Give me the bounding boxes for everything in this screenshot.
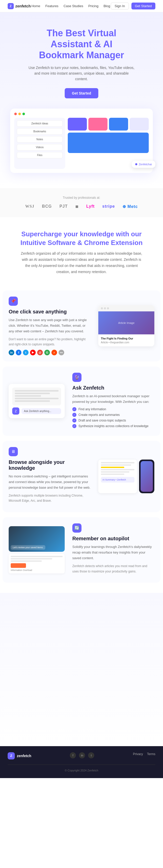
feature-save-detail: Don't want to save an entire page? No pr… <box>9 337 91 347</box>
footer-links: Privacy Terms <box>133 752 155 756</box>
nav-actions: Sign In Get Started <box>111 3 155 9</box>
feature-save: 📌 One click save anything Use Zenfetch t… <box>3 290 160 362</box>
footer-top: Z zenfetch f in t Privacy Terms <box>8 752 155 760</box>
ask-query-box: Ask Zenfetch anything... <box>22 408 61 414</box>
demo-dot-red <box>14 113 17 115</box>
trusted-logo-box: ■ <box>75 204 79 210</box>
save-visual-image: Article Image <box>98 311 154 334</box>
ask-line-4 <box>15 398 58 399</box>
browse-line-4 <box>101 471 129 472</box>
feature-save-description: Use Zenfetch to save any web page with j… <box>9 317 91 334</box>
footer-brand-text: zenfetch <box>17 754 31 758</box>
signin-button[interactable]: Sign In <box>111 3 129 9</box>
ask-query-icon: Z <box>12 407 19 414</box>
demo-sidebar-item-4[interactable]: Videos <box>17 144 63 151</box>
feature-ask-description: Zenfetch is an AI-powered bookmark manag… <box>72 393 154 405</box>
save-visual-header <box>98 305 154 311</box>
hero-cta-button[interactable]: Get Started <box>65 88 98 98</box>
twitter-icon: t <box>91 754 92 757</box>
check-circle-2: ✓ <box>72 413 76 417</box>
nav-logo: Z zenfetch <box>8 3 31 9</box>
social-icon-twitter[interactable]: t <box>88 752 94 758</box>
demo-content-grid: Zenfetch Ideas Bookmarks Notes Videos Fi… <box>14 118 149 169</box>
nav-link-features[interactable]: Features <box>45 4 58 8</box>
footer-link-terms[interactable]: Terms <box>147 752 155 756</box>
social-icon-facebook[interactable]: f <box>70 752 76 758</box>
supercharge-heading: Supercharge your knowledge with our Intu… <box>8 230 155 247</box>
browse-doc-card: AI Summary • Zenfetch <box>98 460 137 493</box>
feature-ask-visual: Z Ask Zenfetch anything... <box>9 384 65 418</box>
hero-description: Use Zenfetch to turn your notes, bookmar… <box>28 65 135 82</box>
browse-line-3 <box>101 469 134 470</box>
checklist-item-2: ✓ Create reports and summaries <box>72 413 154 417</box>
feature-browse: 🖥 Browse alongside your knowledge No mor… <box>3 441 160 512</box>
trusted-logo-stripe: stripe <box>103 204 115 209</box>
social-icon-linkedin[interactable]: in <box>79 752 85 758</box>
feature-browse-detail: Zenfetch supports multiple browsers incl… <box>9 493 91 503</box>
browse-phone <box>139 460 154 493</box>
browse-line-highlight <box>101 467 124 468</box>
tag-reddit: r <box>51 350 57 355</box>
nav-link-blog[interactable]: Blog <box>104 4 110 8</box>
tag-email: @ <box>37 350 43 355</box>
feature-ask-icon-badge: 🔮 <box>72 373 81 382</box>
check-circle-1: ✓ <box>72 407 76 411</box>
demo-dot-yellow <box>18 113 21 115</box>
feature-remember: 🔄 Remember on autopilot Solidify your le… <box>3 517 160 583</box>
pin-icon: 📌 <box>11 299 16 304</box>
remember-note-line-1 <box>11 556 63 557</box>
save-visual-sub: Article • theguardian.com <box>101 341 152 344</box>
feature-ask-title: Ask Zenfetch <box>72 385 154 391</box>
demo-sidebar-item-2[interactable]: Bookmarks <box>17 128 63 135</box>
demo-sidebar-item-1[interactable]: Zenfetch Ideas <box>17 120 63 127</box>
demo-wide-card <box>68 132 149 153</box>
ask-line-1 <box>15 390 58 392</box>
supercharge-section: Supercharge your knowledge with our Intu… <box>0 217 163 280</box>
page-spacer <box>0 593 163 746</box>
browse-ai-summary: AI Summary • Zenfetch <box>101 477 134 483</box>
checklist-item-1: ✓ Find any information <box>72 407 154 411</box>
remember-photo-label: Let's review your saved items: <box>11 545 45 550</box>
feature-remember-icon-badge: 🔄 <box>72 523 81 533</box>
check-circle-3: ✓ <box>72 418 76 423</box>
tag-more: ••• <box>58 350 64 355</box>
feature-save-title: One click save anything <box>9 309 91 315</box>
feature-remember-title: Remember on autopilot <box>72 536 154 541</box>
demo-sidebar-item-3[interactable]: Notes <box>17 136 63 143</box>
logo-icon: Z <box>8 3 14 9</box>
remember-note: Information Overload <box>9 554 65 574</box>
ask-doc <box>12 388 61 405</box>
nav-link-home[interactable]: Home <box>31 4 40 8</box>
browse-line-5 <box>101 474 124 475</box>
logo-text: zenfetch <box>15 4 31 8</box>
getstarted-button[interactable]: Get Started <box>131 3 155 9</box>
demo-card-3 <box>109 118 128 130</box>
demo-card-2 <box>88 118 108 130</box>
feature-ask-text: 🔮 Ask Zenfetch Zenfetch is an AI-powered… <box>72 373 154 430</box>
feature-ask-checklist: ✓ Find any information ✓ Create reports … <box>72 407 154 428</box>
nav-link-pricing[interactable]: Pricing <box>88 4 98 8</box>
feature-save-icon-badge: 📌 <box>9 297 18 306</box>
feature-browse-description: No more context-switching – get intellig… <box>9 474 91 491</box>
nav-link-case-studies[interactable]: Case Studies <box>64 4 83 8</box>
feature-browse-text: 🖥 Browse alongside your knowledge No mor… <box>9 447 91 506</box>
save-dot-1 <box>101 307 103 309</box>
ask-query: Z Ask Zenfetch anything... <box>12 407 61 414</box>
supercharge-description: Zenfetch organizes all of your informati… <box>21 251 142 275</box>
trusted-logo-meta: ⊕ Metc <box>123 204 138 209</box>
features-section: 📌 One click save anything Use Zenfetch t… <box>0 280 163 593</box>
footer-link-privacy[interactable]: Privacy <box>133 752 143 756</box>
feature-browse-visual: AI Summary • Zenfetch <box>98 460 154 493</box>
footer-social: f in t <box>70 752 94 758</box>
facebook-icon: f <box>73 754 73 757</box>
demo-sidebar-pane: Zenfetch Ideas Bookmarks Notes Videos Fi… <box>14 118 65 169</box>
trusted-logo-wsj: WSJ <box>25 204 34 209</box>
ask-visual-card: Z Ask Zenfetch anything... <box>9 384 65 418</box>
demo-sidebar-item-5[interactable]: Files <box>17 152 63 158</box>
tag-youtube: ▶ <box>30 350 36 355</box>
demo-cards-row <box>68 118 149 130</box>
demo-card-4 <box>130 118 149 130</box>
trusted-label: Trusted by professionals at: <box>5 196 158 199</box>
hero-section: The Best Virtual Assistant & AI Bookmark… <box>0 12 163 188</box>
trusted-section: Trusted by professionals at: WSJ BCG PJT… <box>0 188 163 217</box>
